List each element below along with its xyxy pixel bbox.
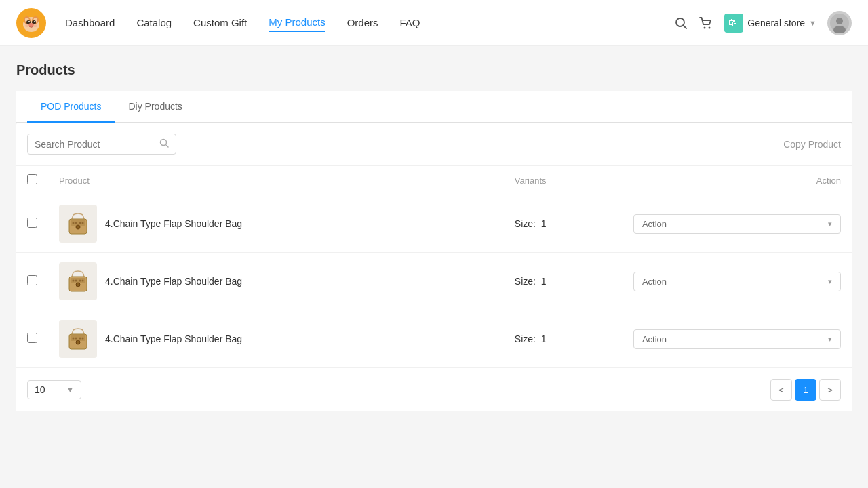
row-product-cell: 4.Chain Type Flap Shoulder Bag: [48, 253, 504, 310]
svg-point-38: [73, 280, 75, 282]
prev-page-button[interactable]: <: [770, 379, 792, 401]
row-product-cell: 4.Chain Type Flap Shoulder Bag: [48, 310, 504, 368]
nav-catalog[interactable]: Catalog: [136, 14, 172, 31]
select-all-checkbox[interactable]: [27, 174, 37, 184]
row-checkbox-cell: [16, 310, 48, 368]
per-page-select[interactable]: 10 ▼: [27, 380, 81, 399]
product-thumbnail: [59, 205, 97, 243]
nav-orders[interactable]: Orders: [347, 14, 378, 31]
svg-point-39: [75, 280, 77, 282]
search-icon: [159, 138, 169, 150]
toolbar: Copy Product: [16, 123, 852, 166]
svg-point-30: [79, 222, 81, 224]
svg-point-31: [82, 222, 84, 224]
product-name: 4.Chain Type Flap Shoulder Bag: [105, 276, 242, 287]
products-table: Product Variants Action: [16, 166, 852, 367]
avatar-icon: [830, 14, 849, 33]
svg-line-21: [166, 145, 169, 148]
cart-icon: [698, 16, 713, 30]
row-variants-cell: Size: 1: [504, 310, 623, 368]
col-variants: Variants: [504, 166, 623, 195]
svg-point-47: [76, 340, 80, 344]
row-checkbox-2[interactable]: [27, 275, 37, 285]
svg-point-18: [836, 18, 843, 24]
main-nav: Dashboard Catalog Custom Gift My Product…: [65, 14, 674, 32]
row-checkbox-cell: [16, 195, 48, 253]
svg-point-40: [79, 280, 81, 282]
tab-diy-products[interactable]: Diy Products: [115, 92, 195, 123]
svg-point-51: [82, 338, 84, 340]
svg-point-29: [75, 222, 77, 224]
row-product-cell: 4.Chain Type Flap Shoulder Bag: [48, 195, 504, 253]
cart-button[interactable]: [698, 16, 713, 30]
action-label: Action: [642, 334, 667, 344]
search-icon: [674, 16, 688, 30]
svg-point-48: [73, 338, 75, 340]
svg-point-27: [76, 225, 80, 229]
search-wrapper: [27, 134, 176, 155]
svg-point-16: [709, 26, 711, 28]
action-chevron-icon: ▾: [828, 277, 832, 286]
svg-point-15: [704, 26, 706, 28]
row-action-cell: Action ▾: [623, 310, 852, 368]
store-chevron-icon: ▼: [809, 19, 816, 27]
row-variants-cell: Size: 1: [504, 253, 623, 310]
row-checkbox-3[interactable]: [27, 333, 37, 343]
product-thumbnail: [59, 320, 97, 358]
svg-point-12: [33, 24, 37, 27]
pagination-buttons: < 1 >: [770, 379, 841, 401]
product-thumbnail: [59, 262, 97, 300]
row-action-cell: Action ▾: [623, 195, 852, 253]
nav-faq[interactable]: FAQ: [399, 14, 420, 31]
pagination-row: 10 ▼ < 1 >: [16, 367, 852, 411]
table-row: 4.Chain Type Flap Shoulder Bag Size: 1 A…: [16, 195, 852, 253]
store-icon: 🛍: [724, 14, 743, 33]
table-row: 4.Chain Type Flap Shoulder Bag Size: 1 A…: [16, 310, 852, 368]
svg-point-28: [73, 222, 75, 224]
row-variants-cell: Size: 1: [504, 195, 623, 253]
store-selector[interactable]: 🛍 General store ▼: [724, 14, 816, 33]
svg-point-50: [79, 338, 81, 340]
row-action-cell: Action ▾: [623, 253, 852, 310]
action-dropdown-2[interactable]: Action ▾: [633, 272, 841, 291]
action-dropdown-3[interactable]: Action ▾: [633, 329, 841, 349]
logo[interactable]: [16, 8, 46, 38]
action-chevron-icon: ▾: [828, 335, 832, 344]
table-container: Copy Product Product Variants Action: [16, 123, 852, 411]
nav-my-products[interactable]: My Products: [269, 14, 325, 32]
action-chevron-icon: ▾: [828, 220, 832, 228]
col-action: Action: [623, 166, 852, 195]
page-content: Products POD Products Diy Products Copy …: [0, 46, 868, 428]
nav-dashboard[interactable]: Dashboard: [65, 14, 115, 31]
col-checkbox: [16, 166, 48, 195]
action-label: Action: [642, 219, 667, 229]
search-button[interactable]: [674, 16, 688, 30]
svg-point-49: [75, 338, 77, 340]
store-name: General store: [747, 18, 805, 28]
svg-point-8: [28, 21, 30, 22]
svg-point-9: [34, 21, 35, 22]
svg-line-14: [684, 25, 687, 28]
search-input[interactable]: [35, 139, 159, 150]
page-title: Products: [16, 62, 852, 78]
tab-pod-products[interactable]: POD Products: [27, 92, 115, 123]
row-checkbox-cell: [16, 253, 48, 310]
page-1-button[interactable]: 1: [795, 379, 816, 401]
row-checkbox-1[interactable]: [27, 218, 37, 228]
col-product: Product: [48, 166, 504, 195]
copy-product-button[interactable]: Copy Product: [783, 139, 841, 150]
action-dropdown-1[interactable]: Action ▾: [633, 214, 841, 234]
header-right: 🛍 General store ▼: [674, 11, 852, 35]
svg-point-37: [76, 283, 80, 287]
per-page-chevron-icon: ▼: [66, 386, 74, 394]
svg-point-11: [25, 24, 29, 27]
action-label: Action: [642, 277, 667, 287]
product-name: 4.Chain Type Flap Shoulder Bag: [105, 333, 242, 344]
header: Dashboard Catalog Custom Gift My Product…: [0, 0, 868, 46]
avatar[interactable]: [827, 11, 852, 35]
product-name: 4.Chain Type Flap Shoulder Bag: [105, 218, 242, 229]
nav-custom-gift[interactable]: Custom Gift: [193, 14, 247, 31]
next-page-button[interactable]: >: [819, 379, 841, 401]
tabs: POD Products Diy Products: [16, 92, 852, 123]
per-page-value: 10: [35, 384, 45, 395]
